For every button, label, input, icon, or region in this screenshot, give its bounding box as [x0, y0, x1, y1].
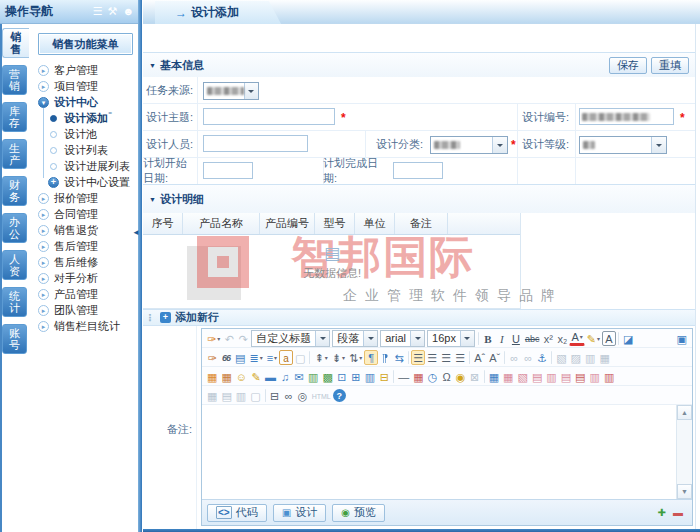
cell-properties-icon[interactable]: ▧: [515, 369, 529, 384]
fullscreen-button[interactable]: ▣: [675, 331, 689, 346]
designer-input[interactable]: [203, 135, 308, 152]
tree-item[interactable]: 售后管理: [30, 238, 139, 254]
blockquote-icon[interactable]: 66: [219, 350, 233, 365]
subject-input[interactable]: [203, 108, 335, 125]
wrench-icon[interactable]: ⚒: [108, 6, 118, 17]
eraser-button[interactable]: ◪: [621, 331, 635, 346]
column-header[interactable]: 产品名称: [183, 213, 260, 234]
border-button[interactable]: A: [602, 331, 616, 346]
module-tab[interactable]: 生产: [2, 139, 27, 169]
columns-icon[interactable]: ▥: [363, 369, 377, 384]
tree-item[interactable]: 设计中心设置: [30, 174, 139, 190]
unordered-list-icon[interactable]: ≡: [265, 350, 279, 365]
table-grid-icon[interactable]: ▥: [234, 388, 248, 403]
italic-button[interactable]: I: [495, 331, 509, 346]
dropdown-button[interactable]: [410, 331, 424, 346]
tree-item[interactable]: 报价管理: [30, 190, 139, 206]
image-align-right-icon[interactable]: ▨: [569, 350, 583, 365]
ordered-list-icon[interactable]: ≣: [247, 350, 264, 365]
chart-icon[interactable]: ▥: [306, 369, 320, 384]
gallery-icon[interactable]: ▩: [320, 369, 334, 384]
shrink-editor-icon[interactable]: ▬: [673, 507, 683, 518]
dropdown-button[interactable]: [460, 331, 474, 346]
column-header[interactable]: 备注: [395, 213, 448, 234]
tree-item[interactable]: 客户管理: [30, 62, 139, 78]
module-tab[interactable]: 人资: [2, 250, 27, 280]
code-view-tab[interactable]: <> 代码: [207, 504, 267, 522]
media-icon[interactable]: ♫: [278, 369, 292, 384]
dropdown-button[interactable]: [244, 83, 258, 99]
image-inline-icon[interactable]: ▥: [583, 350, 597, 365]
format-painter-icon[interactable]: ✑: [205, 350, 219, 365]
paste-word-icon[interactable]: ▤: [233, 350, 247, 365]
image-align-left-icon[interactable]: ▧: [554, 350, 568, 365]
zoom-icon[interactable]: ◎: [296, 388, 310, 403]
split-cells-icon[interactable]: ▥: [544, 369, 558, 384]
letter-spacing-increase-icon[interactable]: Aˆ: [472, 350, 487, 365]
dropdown-button[interactable]: [315, 331, 329, 346]
insert-row-icon[interactable]: ▤: [559, 369, 573, 384]
align-left-icon[interactable]: ☰: [411, 350, 425, 365]
tree-item[interactable]: 销售退货: [30, 222, 139, 238]
user-icon[interactable]: ☻: [122, 6, 134, 17]
delete-table-icon[interactable]: ▦: [205, 388, 219, 403]
editor-scrollbar[interactable]: ▲ ▼: [676, 405, 692, 499]
line-height-icon[interactable]: ⇅: [347, 350, 364, 365]
map-icon[interactable]: ◉: [454, 369, 468, 384]
add-row-bar[interactable]: + 添加新行: [143, 309, 695, 326]
bold-button[interactable]: B: [481, 331, 495, 346]
reset-button[interactable]: 重填: [651, 57, 689, 74]
redo-icon[interactable]: ↷: [236, 331, 250, 346]
image-icon[interactable]: ▦: [205, 369, 219, 384]
anchor-icon[interactable]: ⚓: [535, 350, 549, 365]
scroll-down-icon[interactable]: ▼: [677, 484, 692, 499]
word-wrap-icon[interactable]: ⇆: [392, 350, 406, 365]
delete-column-icon[interactable]: ▥: [602, 369, 616, 384]
tree-item[interactable]: 项目管理: [30, 78, 139, 94]
new-page-icon[interactable]: ▢: [293, 350, 307, 365]
module-tab[interactable]: 统计: [2, 287, 27, 317]
lowercase-icon[interactable]: a: [279, 350, 293, 365]
design-view-tab[interactable]: ▣ 设计: [273, 504, 326, 522]
editor-content-area[interactable]: ▲ ▼: [202, 405, 692, 499]
image-upload-icon[interactable]: ▦: [219, 369, 233, 384]
column-header[interactable]: 产品编号: [260, 213, 315, 234]
table-properties-icon[interactable]: ▦: [501, 369, 515, 384]
tree-item[interactable]: 对手分析: [30, 270, 139, 286]
align-right-icon[interactable]: ☰: [439, 350, 453, 365]
design-no-input[interactable]: [579, 108, 674, 125]
tree-item[interactable]: 团队管理: [30, 302, 139, 318]
column-header[interactable]: 型号: [315, 213, 355, 234]
pencil-icon[interactable]: ✎: [249, 369, 263, 384]
strikethrough-button[interactable]: abc: [523, 331, 542, 346]
dropdown-button[interactable]: [651, 137, 666, 153]
attachment-icon[interactable]: ✉: [292, 369, 306, 384]
quick-style-icon[interactable]: ✑: [205, 331, 222, 346]
font-select[interactable]: arial: [380, 330, 425, 347]
emoticon-icon[interactable]: ☺: [234, 369, 249, 384]
table-sort-icon[interactable]: ▤: [219, 388, 233, 403]
margin-bottom-icon[interactable]: ⇟: [330, 350, 347, 365]
module-tab[interactable]: 销售: [2, 28, 29, 58]
underline-button[interactable]: U: [509, 331, 523, 346]
undo-icon[interactable]: ↶: [222, 331, 236, 346]
tree-item[interactable]: 设计列表: [30, 142, 139, 158]
module-tab[interactable]: 营销: [2, 65, 27, 95]
margin-top-icon[interactable]: ⇞: [312, 350, 329, 365]
paragraph-select[interactable]: 段落: [332, 330, 378, 347]
category-select[interactable]: [430, 136, 508, 154]
align-justify-icon[interactable]: ☰: [453, 350, 467, 365]
screenshot-icon[interactable]: ⊠: [468, 369, 482, 384]
tree-item[interactable]: 设计池: [30, 126, 139, 142]
html-source-icon[interactable]: HTML: [310, 388, 333, 403]
ltr-icon[interactable]: ¶: [364, 350, 378, 365]
flash-icon[interactable]: ▬: [263, 369, 278, 384]
superscript-button[interactable]: x²: [541, 331, 555, 346]
tree-item[interactable]: 产品管理: [30, 286, 139, 302]
align-center-icon[interactable]: ☰: [425, 350, 439, 365]
org-chart-icon[interactable]: ⊞: [349, 369, 363, 384]
sales-menu-button[interactable]: 销售功能菜单: [38, 33, 133, 55]
insert-column-icon[interactable]: ▥: [588, 369, 602, 384]
font-color-button[interactable]: A: [569, 331, 584, 346]
rtl-icon[interactable]: ¶: [378, 350, 392, 365]
